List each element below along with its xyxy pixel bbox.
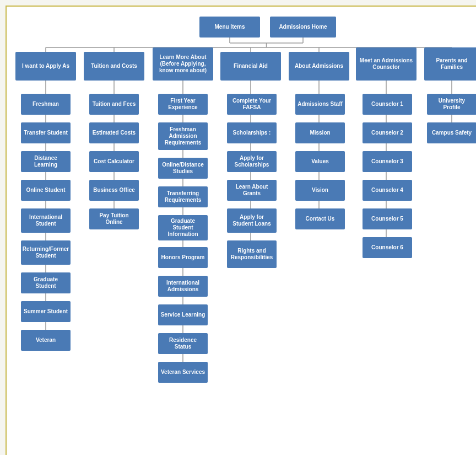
apply-scholarships[interactable]: Apply for Scholarships [227, 151, 277, 172]
estimated-costs[interactable]: Estimated Costs [89, 122, 139, 143]
freshman-req[interactable]: Freshman Admission Requirements [158, 122, 208, 150]
chart-container: Menu ItemsAdmissions HomeI want to Apply… [6, 6, 476, 455]
business-office[interactable]: Business Office [89, 180, 139, 201]
learn-grants[interactable]: Learn About Grants [227, 180, 277, 201]
undefined[interactable]: Parents and Families [424, 47, 476, 81]
counselor5[interactable]: Counselor 5 [363, 208, 412, 229]
undefined[interactable]: Financial Aid [220, 52, 281, 81]
honors[interactable]: Honors Program [158, 247, 208, 268]
menu-items[interactable]: Menu Items [199, 17, 260, 38]
mission[interactable]: Mission [295, 122, 345, 143]
undefined[interactable]: Meet an Admissions Counselor [356, 47, 416, 81]
student-loans[interactable]: Apply for Student Loans [227, 208, 277, 233]
veteran[interactable]: Veteran [21, 330, 71, 351]
undefined[interactable]: About Admissions [289, 52, 349, 81]
counselor2[interactable]: Counselor 2 [363, 122, 412, 143]
cost-calculator[interactable]: Cost Calculator [89, 151, 139, 172]
online-distance[interactable]: Online/Distance Studies [158, 158, 208, 179]
undefined[interactable]: Tuition and Costs [84, 52, 144, 81]
counselor6[interactable]: Counselor 6 [363, 237, 412, 258]
distance-learning[interactable]: Distance Learning [21, 151, 71, 172]
fafsa[interactable]: Complete Your FAFSA [227, 94, 277, 115]
scholarships[interactable]: Scholarships : [227, 122, 277, 143]
returning-student[interactable]: Returning/Former Student [21, 240, 71, 265]
veteran-services[interactable]: Veteran Services [158, 362, 208, 383]
campus-safety[interactable]: Campus Safety [427, 122, 476, 143]
first-year[interactable]: First Year Experience [158, 94, 208, 115]
intl-admissions[interactable]: International Admissions [158, 276, 208, 297]
transferring-req[interactable]: Transferring Requirements [158, 186, 208, 207]
counselor4[interactable]: Counselor 4 [363, 180, 412, 201]
rights-resp[interactable]: Rights and Responsibilities [227, 240, 277, 268]
admissions-staff[interactable]: Admissions Staff [295, 94, 345, 115]
contact-us[interactable]: Contact Us [295, 208, 345, 229]
counselor3[interactable]: Counselor 3 [363, 151, 412, 172]
pay-tuition[interactable]: Pay Tuition Online [89, 208, 139, 229]
freshman[interactable]: Freshman [21, 94, 71, 115]
vision[interactable]: Vision [295, 180, 345, 201]
tuition-fees[interactable]: Tuition and Fees [89, 94, 139, 115]
org-chart: Menu ItemsAdmissions HomeI want to Apply… [12, 12, 476, 453]
values[interactable]: Values [295, 151, 345, 172]
residence-status[interactable]: Residence Status [158, 333, 208, 354]
counselor1[interactable]: Counselor 1 [363, 94, 412, 115]
admissions-home[interactable]: Admissions Home [270, 17, 336, 38]
online-student[interactable]: Online Student [21, 180, 71, 201]
undefined[interactable]: I want to Apply As [15, 52, 76, 81]
undefined[interactable]: Learn More About (Before Applying, know … [153, 47, 213, 81]
summer-student[interactable]: Summer Student [21, 301, 71, 322]
service-learning[interactable]: Service Learning [158, 304, 208, 325]
international-student[interactable]: International Student [21, 208, 71, 233]
transfer-student[interactable]: Transfer Student [21, 122, 71, 143]
university-profile[interactable]: University Profile [427, 94, 476, 115]
grad-info[interactable]: Graduate Student Information [158, 215, 208, 240]
graduate-student[interactable]: Graduate Student [21, 272, 71, 293]
